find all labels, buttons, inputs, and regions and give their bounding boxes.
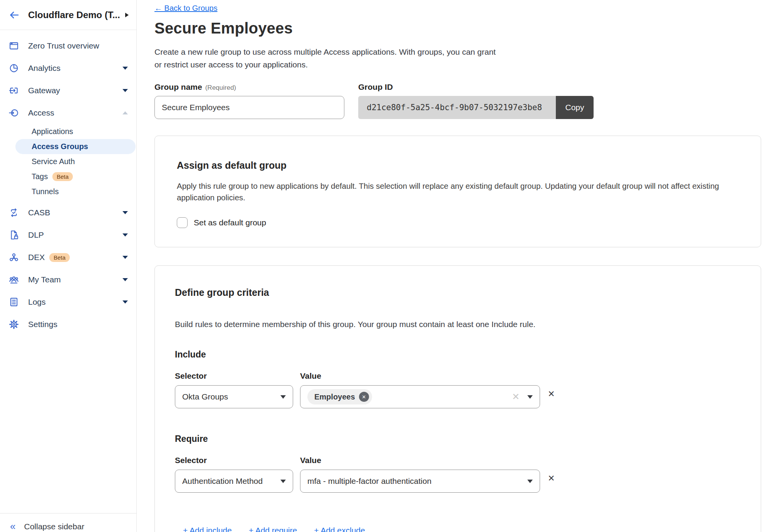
require-selector-dropdown[interactable]: Authentication Method xyxy=(175,470,293,493)
chip-remove-icon[interactable]: ✕ xyxy=(359,392,369,402)
sidebar-item-access-groups[interactable]: Access Groups xyxy=(15,139,136,154)
require-selector-label: Selector xyxy=(175,456,293,465)
group-name-id-row: Group name(Required) Group ID d21ce80f-5… xyxy=(154,82,770,119)
include-value-multiselect[interactable]: Employees ✕ ✕ xyxy=(300,385,540,408)
default-group-body-line: Apply this rule group to new application… xyxy=(177,180,738,192)
set-default-group-label: Set as default group xyxy=(194,218,266,227)
criteria-card-title: Define group criteria xyxy=(175,287,738,298)
collapse-sidebar-button[interactable]: « Collapse sidebar xyxy=(0,513,136,532)
include-value-controls: ✕ xyxy=(512,392,533,401)
sidebar-item-my-team[interactable]: My Team xyxy=(0,269,136,291)
sidebar-item-zero-trust-overview[interactable]: Zero Trust overview xyxy=(0,35,136,57)
default-group-checkbox-row: Set as default group xyxy=(177,217,738,228)
sidebar-item-access[interactable]: Access xyxy=(0,102,136,124)
required-hint: (Required) xyxy=(205,84,236,91)
chevron-down-icon xyxy=(122,256,128,259)
collapse-sidebar-label: Collapse sidebar xyxy=(24,522,84,531)
default-group-body-line: application policies. xyxy=(177,192,738,203)
remove-include-rule-button[interactable]: ✕ xyxy=(548,385,555,398)
main-content: ← Back to Groups Secure Employees Create… xyxy=(137,0,770,532)
require-labels-row: Selector Value xyxy=(175,456,738,465)
group-id-field-group: Group ID d21ce80f-5a25-4bcf-9b07-5032197… xyxy=(358,82,594,119)
sidebar-nav: Zero Trust overview Analytics Gateway xyxy=(0,30,136,336)
default-group-card-title: Assign as default group xyxy=(177,160,738,171)
group-id-label: Group ID xyxy=(358,82,594,92)
gear-icon xyxy=(8,319,19,330)
my-team-people-icon xyxy=(8,274,19,285)
sidebar-subitem-label: Service Auth xyxy=(32,157,75,166)
logs-list-icon xyxy=(8,297,19,307)
dex-network-icon xyxy=(8,252,19,263)
sidebar-item-dex[interactable]: DEX Beta xyxy=(0,246,136,269)
chevron-down-icon xyxy=(280,395,286,399)
group-id-unit: d21ce80f-5a25-4bcf-9b07-5032197e3be8 Cop… xyxy=(358,96,594,119)
default-group-card-body: Apply this rule group to new application… xyxy=(177,180,738,203)
sidebar-item-casb[interactable]: CASB xyxy=(0,201,136,224)
sidebar-item-label: DEX xyxy=(28,253,45,262)
sidebar-item-label: Analytics xyxy=(28,64,60,73)
sidebar-item-label: CASB xyxy=(28,208,50,217)
set-default-group-checkbox[interactable] xyxy=(177,217,188,228)
sidebar-item-analytics[interactable]: Analytics xyxy=(0,57,136,79)
include-selector-value: Okta Groups xyxy=(182,392,228,401)
chevron-down-icon xyxy=(122,211,128,214)
sidebar-item-gateway[interactable]: Gateway xyxy=(0,79,136,102)
clear-value-icon[interactable]: ✕ xyxy=(512,392,520,401)
chevron-down-icon xyxy=(527,395,533,399)
copy-button[interactable]: Copy xyxy=(556,96,594,119)
beta-badge: Beta xyxy=(49,253,70,262)
page-description-line: Create a new rule group to use across mu… xyxy=(154,45,770,58)
back-to-groups-link[interactable]: ← Back to Groups xyxy=(154,4,217,13)
require-value-dropdown[interactable]: mfa - multiple-factor authentication xyxy=(300,470,540,493)
casb-sync-check-icon xyxy=(8,207,19,218)
page-description: Create a new rule group to use across mu… xyxy=(154,45,770,71)
include-labels-row: Selector Value xyxy=(175,371,738,381)
sidebar-item-label: Zero Trust overview xyxy=(28,41,99,50)
group-id-value: d21ce80f-5a25-4bcf-9b07-5032197e3be8 xyxy=(358,96,556,119)
overview-window-icon xyxy=(8,40,19,51)
sidebar-subitem-label: Applications xyxy=(32,127,73,136)
sidebar-item-tags[interactable]: Tags Beta xyxy=(0,169,136,184)
analytics-pie-icon xyxy=(8,63,19,74)
chevron-down-icon xyxy=(527,480,533,483)
require-heading: Require xyxy=(175,434,738,444)
sidebar-item-label: Settings xyxy=(28,320,57,329)
page-title: Secure Employees xyxy=(154,20,770,37)
page-description-line: or restrict user access to your applicat… xyxy=(154,58,770,71)
add-require-link[interactable]: + Add require xyxy=(249,526,297,532)
chevron-down-icon xyxy=(122,67,128,70)
sidebar-item-tunnels[interactable]: Tunnels xyxy=(0,184,136,199)
chevron-up-icon xyxy=(122,111,128,114)
account-expand-caret-icon[interactable] xyxy=(125,13,129,17)
back-arrow-icon[interactable] xyxy=(8,9,20,21)
group-name-label: Group name xyxy=(154,82,202,91)
group-name-field-group: Group name(Required) xyxy=(154,82,344,119)
employees-chip: Employees ✕ xyxy=(307,389,372,404)
remove-require-rule-button[interactable]: ✕ xyxy=(548,470,555,483)
include-selector-dropdown[interactable]: Okta Groups xyxy=(175,385,293,408)
sidebar-item-dlp[interactable]: DLP xyxy=(0,224,136,246)
chevron-down-icon xyxy=(122,89,128,92)
add-exclude-link[interactable]: + Add exclude xyxy=(314,526,365,532)
sidebar-item-label: Gateway xyxy=(28,86,60,95)
beta-badge: Beta xyxy=(52,172,73,181)
add-include-link[interactable]: + Add include xyxy=(183,526,232,532)
criteria-card: Define group criteria Build rules to det… xyxy=(154,265,761,532)
gateway-icon xyxy=(8,85,19,96)
default-group-card: Assign as default group Apply this rule … xyxy=(154,136,761,247)
group-name-input[interactable] xyxy=(154,96,344,119)
include-rule-row: Okta Groups Employees ✕ ✕ ✕ xyxy=(175,385,738,408)
sidebar: Cloudflare Demo (T... Zero Trust overvie… xyxy=(0,0,137,532)
sidebar-item-settings[interactable]: Settings xyxy=(0,313,136,336)
collapse-chevrons-icon: « xyxy=(10,521,15,531)
chevron-down-icon xyxy=(122,278,128,281)
sidebar-item-label: Access xyxy=(28,108,54,117)
sidebar-item-service-auth[interactable]: Service Auth xyxy=(0,154,136,169)
sidebar-item-label: My Team xyxy=(28,275,61,284)
require-rule-row: Authentication Method mfa - multiple-fac… xyxy=(175,470,738,493)
chevron-down-icon xyxy=(280,480,286,483)
require-value: mfa - multiple-factor authentication xyxy=(307,477,431,486)
employees-chip-label: Employees xyxy=(314,393,355,401)
sidebar-item-logs[interactable]: Logs xyxy=(0,291,136,313)
sidebar-item-applications[interactable]: Applications xyxy=(0,124,136,139)
